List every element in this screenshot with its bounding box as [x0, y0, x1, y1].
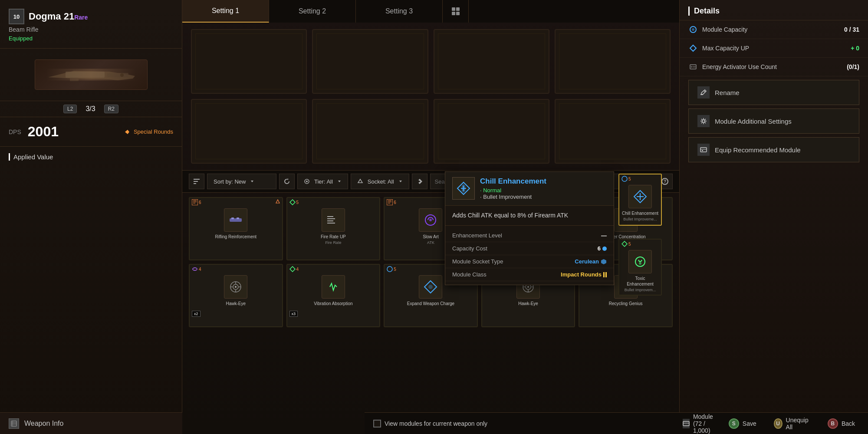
chill-mod-icon: [628, 185, 652, 208]
module-slot-3[interactable]: [434, 29, 549, 94]
weapon-level-badge: 10: [9, 9, 24, 24]
refresh-button[interactable]: [279, 174, 295, 189]
chill-tier-badge: 5: [621, 176, 631, 182]
module-class-value: Impact Rounds: [561, 271, 607, 278]
svg-line-75: [704, 91, 705, 92]
tab-setting2[interactable]: Setting 2: [269, 0, 356, 23]
tooltip-mod-icon: [452, 177, 475, 200]
view-modules-label: View modules for current weapon only: [385, 420, 487, 427]
weapon-info-button[interactable]: Weapon Info: [0, 412, 182, 434]
rename-icon: [697, 86, 710, 99]
module-count-label: Module (72 / 1,000): [693, 413, 716, 434]
module-count-item: Module (72 / 1,000): [683, 413, 716, 434]
enhancement-level-value: —: [601, 232, 607, 239]
save-button[interactable]: S Save: [724, 417, 761, 431]
module-slot-6[interactable]: [312, 99, 428, 164]
additional-settings-button[interactable]: Module Additional Settings: [688, 108, 859, 134]
module-slot-2[interactable]: [312, 29, 428, 94]
sort-icon-button[interactable]: [189, 174, 204, 189]
equipped-badge: Equipped: [9, 35, 173, 42]
back-circle: B: [828, 418, 838, 429]
back-button[interactable]: B Back: [823, 417, 859, 431]
weapon-info-label: Weapon Info: [24, 420, 63, 427]
mod-icon-firerate: [322, 208, 345, 232]
socket-filter-button[interactable]: Socket: All: [351, 174, 409, 189]
mod-name-rifling: Rifling Reinforcement: [215, 234, 256, 240]
svg-marker-30: [290, 200, 295, 205]
energy-label: Energy Activator Use Count: [702, 63, 842, 70]
toxic-mod-icon: [628, 250, 652, 273]
dps-label: DPS: [9, 128, 21, 135]
tab-setting1[interactable]: Setting 1: [182, 0, 269, 23]
module-slot-5[interactable]: [191, 99, 307, 164]
weapon-image: [35, 59, 148, 90]
toxic-enhancement-card[interactable]: 5 Toxic Enhancement Bullet Improvem...: [618, 239, 662, 296]
svg-rect-29: [237, 217, 239, 219]
svg-point-93: [639, 262, 641, 265]
weapon-rarity: Rare: [74, 14, 88, 21]
svg-point-77: [702, 120, 705, 122]
chill-enhancement-selected-card[interactable]: 5 Chill Enhancement Bullet Improveme...: [618, 174, 662, 226]
unequip-all-button[interactable]: U Unequip All: [769, 415, 815, 432]
module-slot-8[interactable]: [555, 99, 671, 164]
mod-type-slowart: ATK: [427, 240, 434, 245]
mod-name-hawkeye2: Hawk-Eye: [518, 301, 538, 306]
tier-filter-button[interactable]: Tier: All: [297, 174, 348, 189]
tooltip-title: Chill Enhancement: [480, 177, 546, 186]
chill-mod-name: Chill Enhancement: [622, 210, 658, 216]
max-capacity-row: Max Capacity UP + 0: [680, 39, 868, 58]
toxic-tier-badge: 5: [621, 241, 631, 247]
module-slot-4[interactable]: [555, 29, 671, 94]
module-card-firerate[interactable]: 5 Fire Rate UP Fire Rate: [286, 197, 381, 260]
weapon-image-area: [0, 53, 182, 96]
sort-button[interactable]: Sort by: New: [207, 174, 276, 189]
max-capacity-label: Max Capacity UP: [702, 45, 846, 52]
module-class-label: Module Class: [452, 271, 561, 278]
applied-value-label: Applied Value: [9, 153, 173, 161]
weapon-name: Dogma 21: [29, 11, 74, 22]
mod-type-firerate: Fire Rate: [325, 240, 341, 245]
dps-section: DPS 2001 Special Rounds: [0, 117, 182, 147]
svg-rect-9: [456, 7, 460, 11]
tab-setting3[interactable]: Setting 3: [356, 0, 443, 23]
tier-badge-slowart: 6: [387, 199, 396, 205]
svg-text:?: ?: [664, 179, 666, 184]
energy-value: (0/1): [847, 63, 859, 70]
module-card-rifling[interactable]: 6 Rifling Reinforcement: [189, 197, 283, 260]
impact-lines-icon: [603, 272, 607, 277]
mod-name-vibration: Vibration Absorption: [314, 301, 352, 306]
tier-badge-vibration: 4: [289, 266, 299, 272]
tab-grid-icon[interactable]: [443, 0, 469, 23]
weapon-info-icon: [9, 418, 19, 429]
socket-type-label: Module Socket Type: [452, 258, 575, 265]
tier-badge-firerate: 5: [289, 199, 299, 205]
module-slot-1[interactable]: [191, 29, 307, 94]
mod-icon-vibration: [322, 275, 345, 299]
svg-rect-0: [66, 72, 105, 78]
module-card-vibration[interactable]: 4 x3 Vibration Absorption: [286, 264, 381, 327]
stack-badge-hawkeye1: x2: [192, 311, 201, 317]
svg-rect-4: [11, 421, 16, 426]
svg-rect-10: [452, 12, 455, 15]
storage-icon: [683, 419, 690, 428]
chill-enhancement-tooltip: Chill Enhancement · Normal · Bullet Impr…: [445, 171, 614, 285]
weapon-controls: L2 3/3 R2: [0, 101, 182, 117]
capacity-label: Module Capacity: [702, 26, 840, 33]
filter-extra-icon[interactable]: [412, 174, 427, 189]
equip-recommended-button[interactable]: Equip Recommended Module: [688, 137, 859, 162]
max-capacity-icon: [688, 43, 698, 53]
svg-point-62: [527, 286, 529, 288]
module-card-hawkeye1[interactable]: 4 x2 Hawk-Eye: [189, 264, 283, 327]
view-modules-checkbox[interactable]: View modules for current weapon only: [373, 420, 487, 427]
module-slot-7[interactable]: [434, 99, 549, 164]
mod-icon-hawkeye1: [224, 275, 247, 299]
capacity-cost-label: Capacity Cost: [452, 245, 598, 252]
cerulean-icon: [601, 259, 607, 265]
rename-button[interactable]: Rename: [688, 80, 859, 105]
details-header: Details: [680, 0, 868, 20]
toxic-mod-name: Toxic Enhancement: [622, 276, 658, 287]
special-rounds: Special Rounds: [124, 128, 173, 135]
svg-rect-28: [231, 217, 234, 219]
capacity-cost-row: Capacity Cost 6: [445, 242, 614, 255]
svg-marker-91: [622, 241, 627, 247]
